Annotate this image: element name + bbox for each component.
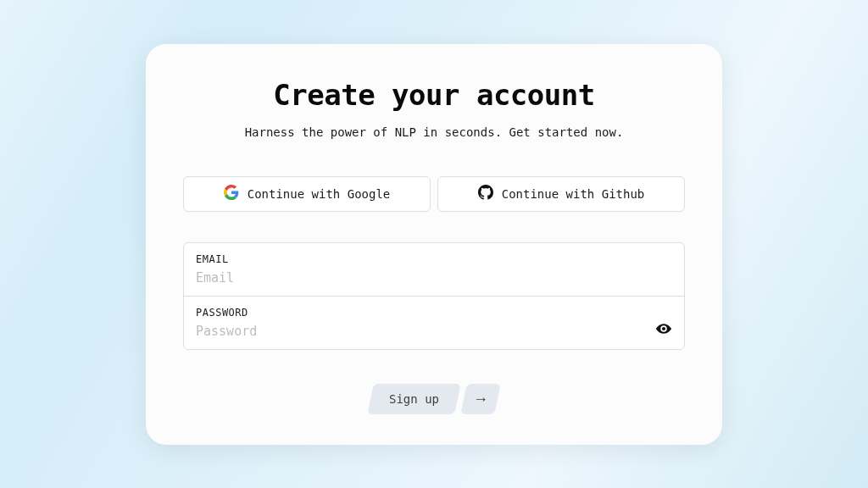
oauth-row: Continue with Google Continue with Githu… [183,176,685,212]
page-subtitle: Harness the power of NLP in seconds. Get… [183,125,685,139]
continue-google-button[interactable]: Continue with Google [183,176,431,212]
signup-button-label: Sign up [389,392,439,406]
continue-github-label: Continue with Github [502,187,645,201]
github-icon [478,185,493,202]
email-label: EMAIL [196,253,672,265]
submit-row: Sign up → [183,384,685,414]
signup-card: Create your account Harness the power of… [146,44,722,445]
google-icon [224,185,239,202]
credential-form: EMAIL PASSWORD [183,242,685,350]
password-field[interactable] [196,324,672,339]
continue-google-label: Continue with Google [248,187,391,201]
password-field-group: PASSWORD [184,296,684,349]
page-title: Create your account [183,78,685,112]
signup-arrow-button[interactable]: → [460,384,501,414]
email-field[interactable] [196,270,672,286]
signup-button[interactable]: Sign up [368,384,462,414]
arrow-right-icon: → [473,391,488,407]
email-field-group: EMAIL [184,243,684,296]
continue-github-button[interactable]: Continue with Github [437,176,685,212]
password-label: PASSWORD [196,307,672,319]
toggle-password-visibility-icon[interactable] [655,320,672,337]
